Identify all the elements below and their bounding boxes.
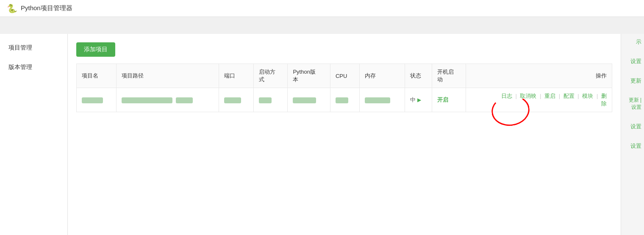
sidebar-item-project-management[interactable]: 项目管理 [0, 38, 67, 58]
project-path-value2 [176, 97, 193, 103]
col-autostart: 开机启动 [432, 64, 466, 88]
right-panel-item-update-settings[interactable]: 更新 | 设置 [624, 97, 641, 111]
app-title: Python项目管理器 [21, 4, 72, 12]
col-cpu: CPU [330, 64, 359, 88]
action-cancel-map[interactable]: 取消映 [520, 93, 536, 99]
action-links: 日志 | 取消映 | 重启 | 配置 | 模块 | 删除 [501, 93, 607, 107]
project-path-value [122, 97, 172, 103]
port-value [224, 97, 241, 103]
col-start-method: 启动方式 [253, 64, 287, 88]
col-memory: 内存 [360, 64, 405, 88]
status-cell: 中 ▶ [410, 96, 427, 104]
right-panel-item-settings1[interactable]: 设置 [630, 58, 641, 65]
action-log[interactable]: 日志 [501, 93, 512, 99]
python-version-value [293, 97, 316, 103]
right-panel-item-update[interactable]: 更新 [630, 77, 641, 85]
main-content: 添加项目 项目名 项目路径 端口 启动方式 Python版本 CPU 内存 状态… [68, 34, 621, 235]
action-config[interactable]: 配置 [564, 93, 575, 99]
sidebar-item-version-management[interactable]: 版本管理 [0, 58, 67, 77]
start-method-value [259, 97, 272, 103]
autostart-value: 开启 [437, 97, 448, 103]
col-project-name: 项目名 [77, 64, 117, 88]
cpu-value [336, 97, 348, 103]
col-actions: 操作 [466, 64, 612, 88]
status-text: 中 [410, 96, 416, 104]
memory-value [365, 97, 390, 103]
table-row: 中 ▶ 开启 日志 | 取消映 | 重启 [77, 88, 612, 112]
right-panel-item-show[interactable]: 示 [636, 38, 641, 46]
sidebar: 项目管理 版本管理 [0, 34, 68, 235]
col-project-path: 项目路径 [117, 64, 219, 88]
action-restart[interactable]: 重启 [544, 93, 555, 99]
col-python-version: Python版本 [288, 64, 330, 88]
col-port: 端口 [219, 64, 254, 88]
right-panel-item-settings3[interactable]: 设置 [630, 142, 641, 150]
action-module[interactable]: 模块 [582, 93, 593, 99]
project-name-value [82, 97, 103, 103]
play-icon: ▶ [417, 97, 421, 103]
add-project-button[interactable]: 添加项目 [76, 42, 115, 57]
project-table: 项目名 项目路径 端口 启动方式 Python版本 CPU 内存 状态 开机启动… [76, 64, 612, 112]
action-delete[interactable]: 删除 [601, 93, 607, 107]
python-icon: 🐍 [7, 3, 17, 14]
right-panel: 示 设置 更新 更新 | 设置 设置 设置 [621, 34, 644, 235]
col-status: 状态 [405, 64, 432, 88]
right-panel-item-settings2[interactable]: 设置 [630, 123, 641, 130]
